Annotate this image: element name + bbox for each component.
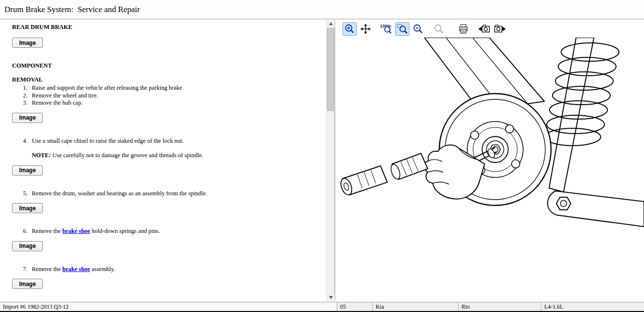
status-bar: Import #6 1982-2013 Q3-12 05 Kia Rio L4-… bbox=[0, 302, 644, 311]
pan-button[interactable] bbox=[358, 22, 373, 36]
viewer-toolbar: 100% bbox=[336, 20, 644, 38]
document-panel: REAR DRUM BRAKE Image COMPONENT REMOVAL … bbox=[0, 20, 335, 301]
image-button-3[interactable]: Image bbox=[12, 165, 43, 176]
page-title: Drum Brake System: Service and Repair bbox=[0, 5, 140, 14]
image-button-2[interactable]: Image bbox=[12, 113, 43, 123]
print-button[interactable] bbox=[456, 22, 471, 36]
image-button-4[interactable]: Image bbox=[12, 203, 43, 213]
status-make: Kia bbox=[373, 302, 459, 311]
scroll-up-icon bbox=[329, 22, 333, 25]
note-text: Use carefully not to damage the groove a… bbox=[53, 152, 203, 159]
zoom-in-icon bbox=[344, 24, 355, 34]
trailing-arm bbox=[548, 191, 644, 227]
step-4: 4. Use a small cape chisel to raise the … bbox=[12, 137, 323, 145]
image-button-1[interactable]: Image bbox=[12, 38, 43, 48]
step-5: 5. Remove the drum, washer and bearings … bbox=[12, 190, 323, 198]
pan-icon bbox=[360, 24, 371, 34]
zoom-window-button[interactable] bbox=[395, 22, 409, 36]
print-icon bbox=[458, 24, 469, 34]
previous-image-icon bbox=[478, 24, 490, 34]
status-source: Import #6 1982-2013 Q3-12 bbox=[0, 302, 337, 311]
zoom-out-button[interactable] bbox=[411, 22, 425, 36]
zoom-reset-button[interactable] bbox=[432, 22, 446, 36]
scroll-down-icon bbox=[329, 296, 333, 299]
step-1: 1. Raise and support the vehicle after r… bbox=[12, 84, 323, 92]
brake-shoe-link-1[interactable]: brake shoe bbox=[62, 228, 90, 234]
removal-steps-1-3: 1. Raise and support the vehicle after r… bbox=[12, 84, 323, 107]
status-group: 05 bbox=[337, 302, 373, 311]
step-3: 3. Remove the hub cap. bbox=[12, 99, 323, 107]
document-scrollbar[interactable] bbox=[326, 20, 334, 301]
zoom-window-icon bbox=[397, 24, 407, 34]
note: NOTE: Use carefully not to damage the gr… bbox=[32, 152, 323, 160]
step-7: 7. Remove the brake shoe assembly. bbox=[12, 266, 323, 273]
brake-shoe-link-2[interactable]: brake shoe bbox=[62, 266, 90, 272]
zoom-100-label: 100% bbox=[380, 24, 391, 28]
status-engine: L4-1.6L bbox=[541, 302, 644, 311]
removal-heading: REMOVAL bbox=[12, 76, 323, 83]
step-2: 2. Remove the wheel and tire. bbox=[12, 92, 323, 100]
section-heading: REAR DRUM BRAKE bbox=[12, 24, 323, 31]
tool-grip bbox=[389, 153, 428, 180]
next-image-icon bbox=[494, 24, 506, 34]
image-viewer-panel: 100% bbox=[336, 20, 644, 301]
socket-piece bbox=[339, 166, 387, 196]
zoom-out-icon bbox=[413, 24, 423, 34]
status-model: Rio bbox=[459, 302, 541, 311]
previous-image-button[interactable] bbox=[477, 22, 491, 36]
scroll-up-button[interactable] bbox=[327, 20, 335, 27]
image-button-6[interactable]: Image bbox=[12, 279, 43, 289]
image-button-5[interactable]: Image bbox=[12, 241, 43, 251]
zoom-100-button[interactable]: 100% bbox=[379, 22, 394, 36]
brake-illustration-canvas[interactable] bbox=[336, 38, 644, 301]
scrollbar-thumb[interactable] bbox=[327, 28, 334, 111]
component-heading: COMPONENT bbox=[12, 62, 323, 69]
step-6: 6. Remove the brake shoe hold-down sprin… bbox=[12, 228, 323, 235]
zoom-in-button[interactable] bbox=[342, 22, 357, 36]
next-image-button[interactable] bbox=[493, 22, 507, 36]
zoom-reset-icon bbox=[434, 24, 444, 34]
note-label: NOTE: bbox=[32, 152, 51, 159]
document-content: REAR DRUM BRAKE Image COMPONENT REMOVAL … bbox=[0, 20, 326, 301]
window-title-bar: Drum Brake System: Service and Repair bbox=[0, 0, 644, 19]
scroll-down-button[interactable] bbox=[327, 294, 335, 301]
